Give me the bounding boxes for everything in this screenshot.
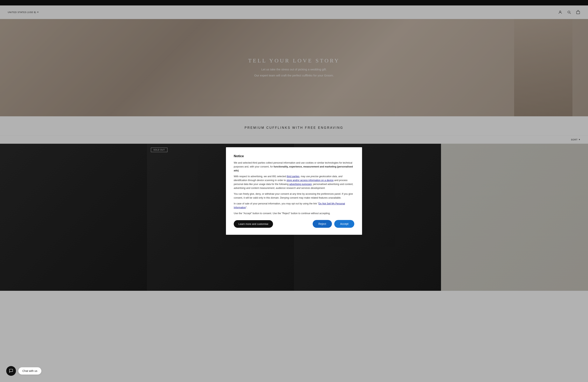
- learn-more-button[interactable]: Learn more and customise: [234, 220, 273, 228]
- cookie-notice: Notice We and selected third parties col…: [226, 147, 362, 235]
- notice-title: Notice: [234, 154, 354, 158]
- notice-body: We and selected third parties collect pe…: [234, 161, 354, 215]
- accept-button[interactable]: Accept: [334, 220, 354, 228]
- notice-actions: Learn more and customise Reject Accept: [234, 220, 354, 228]
- third-parties-link[interactable]: third parties: [287, 175, 299, 178]
- notice-line2: With respect to advertising, we and 891 …: [234, 174, 354, 190]
- notice-line1: We and selected third parties collect pe…: [234, 161, 354, 172]
- notice-line5: Use the "Accept" button to consent. Use …: [234, 212, 354, 215]
- notice-line4: In case of sale of your personal informa…: [234, 202, 354, 210]
- notice-line3: You can freely give, deny, or withdraw y…: [234, 192, 354, 200]
- store-access-link[interactable]: store and/or access information on a dev…: [287, 179, 334, 182]
- accept-reject-group: Reject Accept: [313, 220, 355, 228]
- advertising-purposes-link[interactable]: advertising purposes: [289, 183, 312, 186]
- reject-button[interactable]: Reject: [313, 220, 332, 228]
